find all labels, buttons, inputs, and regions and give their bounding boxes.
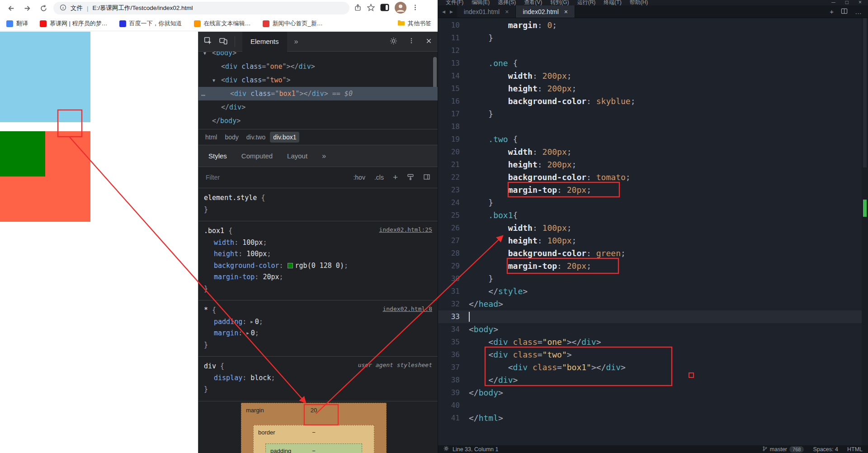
avatar[interactable] (395, 2, 406, 15)
device-toolbar-icon[interactable] (219, 37, 227, 46)
code-line[interactable]: 21 height: 200px; (438, 158, 862, 171)
breadcrumb-item[interactable]: div.two (243, 132, 269, 143)
css-declaration[interactable]: display: block; (204, 372, 432, 384)
box-model-padding[interactable]: padding − (265, 443, 362, 453)
css-selector[interactable]: .box1 (204, 227, 224, 235)
tab-scroll-left-icon[interactable]: ◀ (442, 10, 445, 14)
expand-arrow-icon[interactable]: ▼ (212, 74, 215, 87)
minimize-icon[interactable]: ─ (831, 0, 835, 5)
new-style-rule-icon[interactable]: + (393, 174, 398, 181)
code-line[interactable]: 38 </div> (438, 374, 862, 386)
color-swatch[interactable] (288, 263, 293, 268)
dom-tree-row[interactable]: </body> (198, 114, 438, 128)
tab-scroll-right-icon[interactable]: ▶ (450, 10, 453, 14)
bookmark-item[interactable]: 翻译 (6, 19, 28, 28)
more-actions-icon[interactable]: … (855, 8, 862, 15)
dom-tree-row[interactable]: <div class="one"></div> (198, 60, 438, 73)
side-panel-icon[interactable] (380, 4, 389, 13)
breadcrumb-item[interactable]: html (202, 132, 220, 143)
inspect-element-icon[interactable] (204, 37, 212, 46)
code-line[interactable]: 32</head> (438, 298, 862, 310)
code-line[interactable]: 18 (438, 120, 862, 133)
code-line[interactable]: 28 background-color: green; (438, 247, 862, 260)
subtab-computed[interactable]: Computed (241, 152, 273, 160)
code-line[interactable]: 31 </style> (438, 285, 862, 298)
code-line[interactable]: 16 background-color: skyblue; (438, 95, 862, 108)
code-line[interactable]: 37 <div class="box1"></div> (438, 361, 862, 374)
forward-icon[interactable] (21, 2, 33, 14)
subtab-styles[interactable]: Styles (208, 152, 227, 160)
menu-item[interactable]: 查看(V) (520, 0, 546, 5)
code-line[interactable]: 13 .one { (438, 57, 862, 70)
box-model-border-top-value[interactable]: − (254, 429, 374, 436)
filter-input[interactable]: Filter (206, 174, 220, 181)
status-gear-icon[interactable] (443, 446, 449, 453)
css-selector[interactable]: div (204, 362, 216, 370)
rendering-icon[interactable] (407, 173, 414, 182)
css-declaration[interactable]: padding: ▶0; (204, 316, 432, 328)
box-model-padding-top-value[interactable]: − (266, 448, 362, 453)
reload-icon[interactable] (37, 2, 50, 14)
toggle-class-button[interactable]: .cls (374, 174, 384, 181)
address-bar[interactable]: 文件 | E:/慕课网工作/Testcode/index02.html (53, 2, 349, 14)
editor-tab[interactable]: index01.html× (457, 5, 516, 18)
bookmark-star-icon[interactable] (367, 4, 375, 13)
close-icon[interactable]: × (564, 8, 568, 15)
more-subtabs-icon[interactable]: » (322, 152, 326, 160)
maximize-icon[interactable]: □ (845, 0, 849, 5)
new-file-icon[interactable]: + (830, 8, 834, 15)
css-declaration[interactable]: margin: ▶0; (204, 328, 432, 339)
code-line[interactable]: 14 width: 200px; (438, 70, 862, 82)
settings-gear-icon[interactable] (390, 37, 397, 46)
subtab-layout[interactable]: Layout (287, 152, 307, 160)
box-model-border[interactable]: border − padding − (253, 425, 374, 453)
split-editor-icon[interactable] (841, 8, 848, 16)
scrollbar-thumb[interactable] (863, 18, 867, 167)
code-line[interactable]: 30 } (438, 272, 862, 285)
code-line[interactable]: 24 } (438, 196, 862, 209)
code-line[interactable]: 41</html> (438, 412, 862, 424)
toggle-hover-button[interactable]: :hov (353, 174, 365, 181)
dom-tree-row[interactable]: </div> (198, 100, 438, 114)
code-line[interactable]: 34<body> (438, 323, 862, 336)
devtools-menu-kebab-icon[interactable] (408, 37, 415, 46)
css-selector[interactable]: * (204, 306, 208, 314)
code-line[interactable]: 35 <div class="one"></div> (438, 336, 862, 348)
code-editor[interactable]: 10 margin: 0;11 }1213 .one {14 width: 20… (438, 18, 862, 445)
menu-item[interactable]: 运行(R) (573, 0, 600, 5)
editor-tab[interactable]: index02.html× (516, 5, 575, 18)
code-line[interactable]: 17 } (438, 108, 862, 120)
code-line[interactable]: 19 .two { (438, 133, 862, 146)
dock-panel-icon[interactable] (423, 173, 430, 182)
code-line[interactable]: 40 (438, 399, 862, 412)
menu-item[interactable]: 编辑(E) (467, 0, 494, 5)
css-selector[interactable]: element.style (204, 194, 257, 202)
code-line[interactable]: 15 height: 200px; (438, 82, 862, 95)
info-icon[interactable] (60, 4, 66, 12)
code-line[interactable]: 11 } (438, 32, 862, 44)
expand-arrow-icon[interactable]: ▼ (203, 52, 206, 60)
code-line[interactable]: 25 .box1{ (438, 209, 862, 222)
box-model-margin[interactable]: margin 20 border − padding − (241, 403, 387, 453)
close-devtools-icon[interactable] (425, 38, 432, 46)
code-line[interactable]: 29 margin-top: 20px; (438, 260, 862, 272)
expand-shorthand-icon[interactable]: ▶ (250, 319, 253, 324)
menu-item[interactable]: 文件(F) (442, 0, 467, 5)
breadcrumb-item[interactable]: body (222, 132, 241, 143)
code-line[interactable]: 12 (438, 44, 862, 57)
code-line[interactable]: 36 <div class="two"> (438, 348, 862, 361)
tab-elements[interactable]: Elements (242, 32, 287, 52)
bookmark-item[interactable]: 百度一下，你就知道 (119, 19, 182, 28)
close-window-icon[interactable]: × (859, 0, 862, 5)
dom-tree-row[interactable]: ▼<div class="two"> (198, 73, 438, 87)
code-line[interactable]: 23 margin-top: 20px; (438, 184, 862, 196)
row-more-actions-icon[interactable]: … (201, 87, 205, 100)
box-model-margin-top-value[interactable]: 20 (241, 407, 386, 414)
bookmark-item[interactable]: 慕课网 | 程序员的梦… (40, 19, 108, 28)
code-line[interactable]: 33 (438, 310, 862, 323)
dom-tree-row[interactable]: …<div class="box1"></div> == $0 (198, 87, 438, 100)
css-source-link[interactable]: index02.html:25 (379, 226, 432, 233)
more-panels-icon[interactable]: » (294, 38, 298, 46)
close-icon[interactable]: × (505, 8, 509, 15)
css-declaration[interactable]: background-color: rgb(0 128 0); (204, 260, 432, 272)
